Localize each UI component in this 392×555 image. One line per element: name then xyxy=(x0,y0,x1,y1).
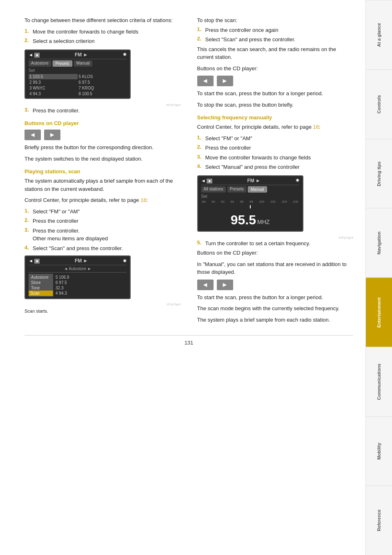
stop-steps: 1. Press the controller once again 2. Se… xyxy=(197,26,354,44)
scan-fm-header: ◄ ■ FM ► ✱ xyxy=(29,258,127,265)
manual-section-heading: Selecting frequency manually xyxy=(197,114,354,121)
scan-fm-title: FM ► xyxy=(75,258,88,264)
cd-next-button-2[interactable]: ► xyxy=(217,76,233,86)
scan-step-4: 4. Select "Scan" and press the controlle… xyxy=(24,244,181,253)
scan-menu-store: Store xyxy=(31,280,51,285)
sidebar-tab-at-a-glance[interactable]: At a glance xyxy=(366,0,392,69)
right-sidebar: At a glance Controls Driving tips Naviga… xyxy=(365,0,392,555)
cd-buttons-1: ◄ ► xyxy=(24,130,181,140)
manual-step-4-text: Select "Manual" and press the controller xyxy=(205,163,300,171)
cd-buttons-2: ◄ ► xyxy=(197,76,354,86)
manual-tab-manual: Manual xyxy=(248,186,267,192)
fm-cell-4-2: 8 100.5 xyxy=(78,91,127,96)
cd-next-button-3[interactable]: ► xyxy=(217,280,233,290)
fm-icon-1: ✱ xyxy=(123,52,127,57)
intro-text: To change between these different select… xyxy=(24,16,181,25)
fm-tabs-1: Autostore Presets Manual xyxy=(29,60,127,67)
fm-display-1: ◄ ■ FM ► ✱ Autostore Presets Manual Set … xyxy=(24,49,131,99)
manual-arrow-left: ◄ ■ xyxy=(201,178,212,183)
manual-freq-value: 95.5 xyxy=(231,213,256,228)
scan-step-4-num: 4. xyxy=(24,244,31,251)
manual-fm-set: Set xyxy=(201,194,299,199)
scan-text-1: The system automatically plays a brief s… xyxy=(24,177,181,193)
cd-prev-button-1[interactable]: ◄ xyxy=(24,130,41,140)
scan-fm-icon: ✱ xyxy=(123,258,127,264)
stop-step-1: 1. Press the controller once again xyxy=(197,26,354,34)
step-2-num: 2. xyxy=(24,37,31,43)
cd-prev-button-3[interactable]: ◄ xyxy=(197,280,214,290)
manual-fm-icon: ✱ xyxy=(296,178,299,183)
stop-step-1-num: 1. xyxy=(197,26,204,32)
steps-group-1: 1. Move the controller forwards to chang… xyxy=(24,28,181,45)
fm-cell-2-1: 2 99.3 xyxy=(29,80,78,85)
fm-set-1: Set xyxy=(29,68,127,73)
manual-scale: 88 90 92 94 96 98 100 102 104 106 xyxy=(201,200,299,204)
scan-step-3-num: 3. xyxy=(24,227,31,233)
page-link-16-left[interactable]: 16 xyxy=(140,197,146,203)
sidebar-tab-communications[interactable]: Communications xyxy=(366,347,392,416)
two-column-layout: To change between these different select… xyxy=(24,16,353,327)
manual-fm-tabs: All stations Presets Manual xyxy=(201,186,299,192)
stop-text-1: This cancels the scan search, and the ra… xyxy=(197,45,354,61)
scan-step-2-num: 2. xyxy=(24,217,31,223)
step-2: 2. Select a selection criterion xyxy=(24,37,181,45)
cd-text-1: Briefly press the button for the corresp… xyxy=(24,143,181,152)
buttons-cd-label: Buttons on the CD player: xyxy=(197,65,354,73)
stop-scan-heading: To stop the scan: xyxy=(197,16,354,25)
watermark-3: b1Pp7yp4 xyxy=(197,236,354,239)
scan-section-heading: Playing stations, scan xyxy=(24,168,181,175)
manual-step-1: 1. Select "FM" or "AM" xyxy=(197,134,354,143)
sidebar-tab-entertainment[interactable]: Entertainment xyxy=(366,278,392,347)
page-number: 131 xyxy=(24,335,353,346)
scan-steps: 1. Select "FM" or "AM" 2. Press the cont… xyxy=(24,208,181,253)
manual-step-2: 2. Press the controller xyxy=(197,144,354,152)
page-num-text: 131 xyxy=(185,340,194,346)
fm-arrow-left-1: ◄ ■ xyxy=(29,52,40,57)
fm-header-1: ◄ ■ FM ► ✱ xyxy=(29,52,127,59)
manual-steps: 1. Select "FM" or "AM" 2. Press the cont… xyxy=(197,134,354,171)
fm-cell-4-1: 4 94.3 xyxy=(29,91,78,96)
cd-prev-button-2[interactable]: ◄ xyxy=(197,76,214,86)
fm-title-1: FM ► xyxy=(75,52,88,58)
cd-buttons-3: ◄ ► xyxy=(197,280,354,290)
manual-cursor xyxy=(250,205,251,208)
scan-menu-tone: Tone xyxy=(31,285,51,291)
cd-text-2: The system switches to the next displaye… xyxy=(24,155,181,163)
step-3: 3. Press the controller. xyxy=(24,107,181,115)
step-3-num: 3. xyxy=(24,107,31,113)
manual-step-4: 4. Select "Manual" and press the control… xyxy=(197,163,354,171)
buttons-cd-label2: Buttons on the CD player: xyxy=(197,249,354,257)
watermark-1: ba7p7yp4 xyxy=(24,103,181,107)
sidebar-tab-navigation[interactable]: Navigation xyxy=(366,208,392,278)
fm-cell-2-2: 6 97.5 xyxy=(78,80,127,85)
scan-step-1-text: Select "FM" or "AM" xyxy=(33,208,80,216)
scan-freq-4: 4 94.3 xyxy=(56,291,124,296)
step-2-text: Select a selection criterion xyxy=(33,37,95,45)
page-link-16-right[interactable]: 16 xyxy=(313,124,318,130)
manual-step-3: 3. Move the controller forwards to chang… xyxy=(197,154,354,162)
fm-cell-1-2: 5 KLOS xyxy=(78,74,127,79)
manual-tab-presets: Presets xyxy=(227,186,246,192)
fm-cell-3-1: 3 WNYC xyxy=(29,85,78,91)
scan-display: ◄ ■ FM ► ✱ ◄ Autostore ► Autostore Store… xyxy=(24,255,131,299)
stop-step-2: 2. Select "Scan" and press the controlle… xyxy=(197,36,354,44)
step-1-num: 1. xyxy=(24,28,31,34)
sidebar-tab-driving-tips[interactable]: Driving tips xyxy=(366,139,392,208)
stop-step-1-text: Press the controller once again xyxy=(205,26,278,34)
step-5-num: 5. xyxy=(197,239,204,246)
scan-step-2: 2. Press the controller xyxy=(24,217,181,225)
cd-next-button-1[interactable]: ► xyxy=(44,130,60,140)
watermark-2: c01p7yp4 xyxy=(24,302,181,306)
sidebar-tab-mobility[interactable]: Mobility xyxy=(366,416,392,486)
scan-autostore-label: ◄ Autostore ► xyxy=(29,266,127,273)
scan-plays-text: The system plays a brief sample from eac… xyxy=(197,316,354,324)
sidebar-tab-controls[interactable]: Controls xyxy=(366,69,392,139)
manual-step-3-num: 3. xyxy=(197,154,204,160)
fm-cell-1-1: 1 103.5 xyxy=(29,74,78,79)
step-1: 1. Move the controller forwards to chang… xyxy=(24,28,181,36)
scan-step-2-text: Press the controller xyxy=(33,217,78,225)
stop-step-2-num: 2. xyxy=(197,36,204,42)
manual-step-1-text: Select "FM" or "AM" xyxy=(205,134,252,143)
main-content: To change between these different select… xyxy=(0,0,365,555)
sidebar-tab-reference[interactable]: Reference xyxy=(366,486,392,555)
